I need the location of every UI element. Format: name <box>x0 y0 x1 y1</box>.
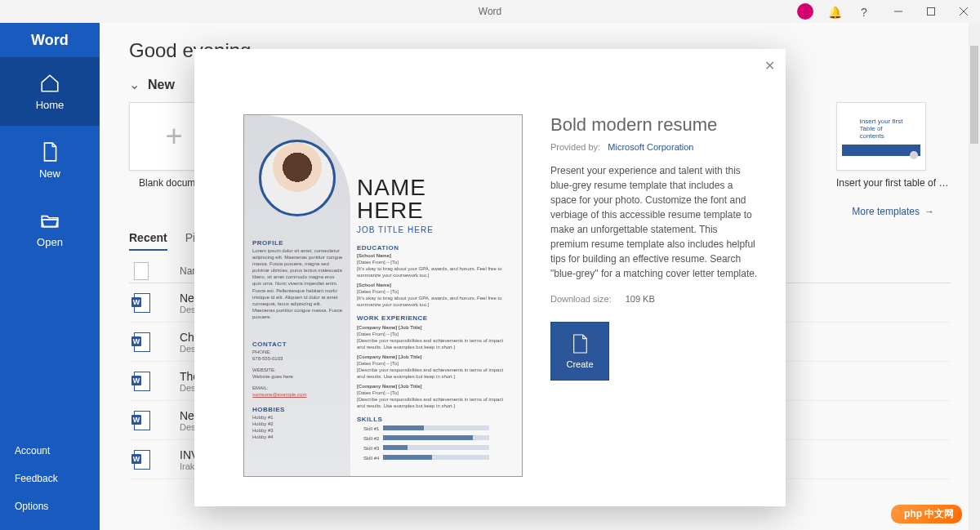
new-doc-icon <box>39 141 60 163</box>
svg-rect-1 <box>928 8 935 16</box>
notifications-icon[interactable]: 🔔 <box>820 0 846 23</box>
nav-new[interactable]: New <box>0 126 100 194</box>
template-title: Bold modern resume <box>550 114 758 136</box>
word-doc-icon <box>134 293 150 313</box>
options-link[interactable]: Options <box>0 492 100 520</box>
nav-home-label: Home <box>36 99 65 111</box>
user-avatar[interactable] <box>797 3 813 20</box>
create-button[interactable]: Create <box>550 322 609 381</box>
section-new-label: New <box>148 78 175 92</box>
template-preview: NAME HERE JOB TITLE HERE PROFILE Lorem i… <box>243 114 523 477</box>
word-doc-icon <box>134 372 150 391</box>
word-doc-icon <box>134 450 150 470</box>
new-doc-icon <box>571 333 589 354</box>
template-description: Present your experience and talent with … <box>550 163 758 281</box>
template-preview-modal: ✕ NAME HERE JOB TITLE HERE PROFILE Lorem… <box>194 49 786 506</box>
minimize-button[interactable] <box>885 0 911 23</box>
maximize-button[interactable] <box>918 0 944 23</box>
sidebar: Word Home New Open Account Feedback Opti… <box>0 23 100 530</box>
tab-recent[interactable]: Recent <box>129 231 167 251</box>
provided-by-label: Provided by: <box>550 142 600 152</box>
provider-link[interactable]: Microsoft Corporation <box>608 142 693 152</box>
account-link[interactable]: Account <box>0 437 100 465</box>
vertical-scrollbar[interactable] <box>969 23 980 530</box>
arrow-right-icon: → <box>924 206 934 217</box>
word-doc-icon <box>134 332 150 352</box>
home-icon <box>39 73 60 94</box>
word-doc-icon <box>134 411 150 430</box>
close-icon[interactable]: ✕ <box>760 56 779 75</box>
create-button-label: Create <box>566 359 593 369</box>
nav-open[interactable]: Open <box>0 194 100 263</box>
close-button[interactable] <box>951 0 977 23</box>
template-details: Bold modern resume Provided by: Microsof… <box>550 114 758 477</box>
preview-name: NAME HERE <box>357 176 426 222</box>
template-toc-caption: Insert your first table of cont… <box>836 177 951 189</box>
template-toc[interactable]: Insert your first Table of contents Inse… <box>836 102 951 189</box>
open-folder-icon <box>39 210 60 231</box>
more-templates-link[interactable]: More templates→ <box>852 206 934 217</box>
download-size-value: 109 KB <box>626 294 655 304</box>
download-size-label: Download size: <box>550 294 612 304</box>
avatar-photo <box>259 140 336 216</box>
nav-new-label: New <box>39 167 60 180</box>
nav-home[interactable]: Home <box>0 57 100 126</box>
help-icon[interactable]: ? <box>853 0 879 23</box>
feedback-link[interactable]: Feedback <box>0 465 100 492</box>
app-logo: Word <box>0 23 100 57</box>
chevron-down-icon: ⌄ <box>129 77 140 92</box>
doc-placeholder-icon <box>134 262 149 280</box>
watermark: 中文网 <box>891 505 962 523</box>
nav-open-label: Open <box>37 236 63 248</box>
titlebar: Word 🔔 ? <box>0 0 980 23</box>
preview-jobtitle: JOB TITLE HERE <box>357 225 434 234</box>
app-name: Word <box>479 6 501 17</box>
